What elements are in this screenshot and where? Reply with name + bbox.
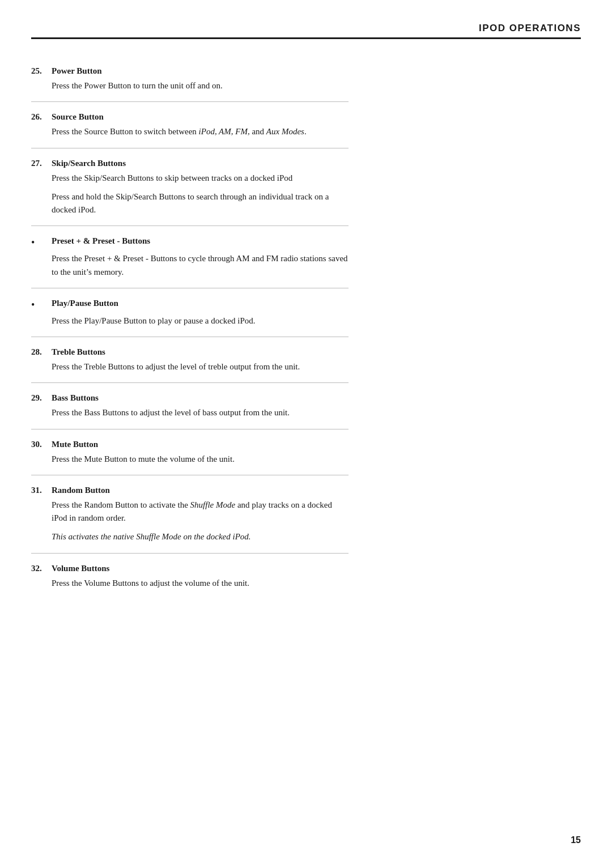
section-title-31: Random Button	[52, 486, 110, 495]
section-header-32: 32.Volume Buttons	[31, 564, 348, 573]
paragraph: Press the Bass Buttons to adjust the lev…	[52, 406, 348, 419]
section-header-29: 29.Bass Buttons	[31, 393, 348, 403]
section-body-bullet2: Press the Play/Pause Button to play or p…	[31, 314, 348, 327]
section-28: 28.Treble ButtonsPress the Treble Button…	[31, 337, 348, 383]
section-title-29: Bass Buttons	[52, 393, 99, 403]
section-header-28: 28.Treble Buttons	[31, 347, 348, 357]
section-number-32: 32.	[31, 564, 52, 573]
section-31: 31.Random ButtonPress the Random Button …	[31, 475, 348, 554]
paragraph: Press the Play/Pause Button to play or p…	[52, 314, 348, 327]
paragraph: Press the Power Button to turn the unit …	[52, 79, 348, 92]
paragraph: Press the Treble Buttons to adjust the l…	[52, 360, 348, 373]
section-body-26: Press the Source Button to switch betwee…	[31, 125, 348, 138]
section-body-29: Press the Bass Buttons to adjust the lev…	[31, 406, 348, 419]
section-number-28: 28.	[31, 347, 52, 357]
bullet-marker-bullet2: •	[31, 299, 52, 311]
bullet-marker-bullet1: •	[31, 236, 52, 249]
paragraph: Press the Random Button to activate the …	[52, 499, 348, 525]
section-30: 30.Mute ButtonPress the Mute Button to m…	[31, 429, 348, 475]
section-title-27: Skip/Search Buttons	[52, 159, 126, 168]
section-title-26: Source Button	[52, 112, 104, 122]
section-number-31: 31.	[31, 486, 52, 495]
section-body-30: Press the Mute Button to mute the volume…	[31, 453, 348, 466]
section-bullet2: •Play/Pause ButtonPress the Play/Pause B…	[31, 288, 348, 337]
section-bullet1: •Preset + & Preset - ButtonsPress the Pr…	[31, 226, 348, 288]
section-32: 32.Volume ButtonsPress the Volume Button…	[31, 554, 348, 599]
paragraph: Press the Preset + & Preset - Buttons to…	[52, 252, 348, 279]
section-body-32: Press the Volume Buttons to adjust the v…	[31, 577, 348, 590]
page: IPOD OPERATIONS 25.Power ButtonPress the…	[0, 0, 612, 868]
section-number-30: 30.	[31, 440, 52, 449]
section-body-27: Press the Skip/Search Buttons to skip be…	[31, 172, 348, 217]
section-title-bullet1: Preset + & Preset - Buttons	[52, 236, 150, 246]
page-number: 15	[571, 835, 581, 845]
paragraph: Press the Source Button to switch betwee…	[52, 125, 348, 138]
section-title-32: Volume Buttons	[52, 564, 109, 573]
section-27: 27.Skip/Search ButtonsPress the Skip/Sea…	[31, 148, 348, 227]
section-header-bullet1: •Preset + & Preset - Buttons	[31, 236, 348, 249]
header-bar: IPOD OPERATIONS	[31, 23, 581, 39]
section-title-30: Mute Button	[52, 440, 98, 449]
paragraph: This activates the native Shuffle Mode o…	[52, 530, 348, 543]
section-header-26: 26.Source Button	[31, 112, 348, 122]
header-title: IPOD OPERATIONS	[479, 23, 581, 34]
section-body-31: Press the Random Button to activate the …	[31, 499, 348, 544]
section-number-27: 27.	[31, 159, 52, 168]
section-body-25: Press the Power Button to turn the unit …	[31, 79, 348, 92]
section-25: 25.Power ButtonPress the Power Button to…	[31, 56, 348, 102]
paragraph: Press the Skip/Search Buttons to skip be…	[52, 172, 348, 185]
section-header-27: 27.Skip/Search Buttons	[31, 159, 348, 168]
section-number-29: 29.	[31, 393, 52, 403]
section-number-25: 25.	[31, 66, 52, 76]
section-header-30: 30.Mute Button	[31, 440, 348, 449]
section-header-bullet2: •Play/Pause Button	[31, 299, 348, 311]
paragraph: Press the Mute Button to mute the volume…	[52, 453, 348, 466]
section-29: 29.Bass ButtonsPress the Bass Buttons to…	[31, 383, 348, 429]
section-body-28: Press the Treble Buttons to adjust the l…	[31, 360, 348, 373]
section-title-28: Treble Buttons	[52, 347, 105, 357]
content-area: 25.Power ButtonPress the Power Button to…	[31, 56, 348, 599]
section-header-31: 31.Random Button	[31, 486, 348, 495]
section-26: 26.Source ButtonPress the Source Button …	[31, 102, 348, 148]
section-title-bullet2: Play/Pause Button	[52, 299, 118, 308]
section-number-26: 26.	[31, 112, 52, 122]
paragraph: Press and hold the Skip/Search Buttons t…	[52, 190, 348, 217]
section-header-25: 25.Power Button	[31, 66, 348, 76]
section-body-bullet1: Press the Preset + & Preset - Buttons to…	[31, 252, 348, 279]
section-title-25: Power Button	[52, 66, 101, 76]
paragraph: Press the Volume Buttons to adjust the v…	[52, 577, 348, 590]
